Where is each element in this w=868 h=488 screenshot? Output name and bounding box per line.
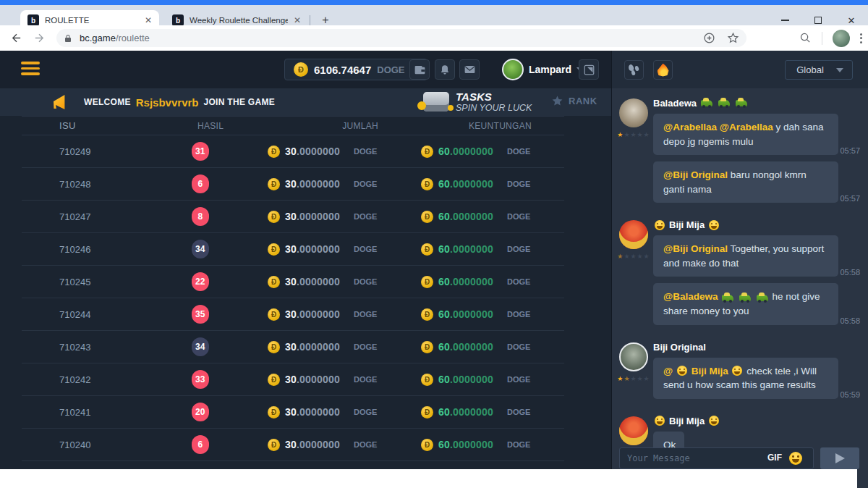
- amount-cell: Đ30.0000000DOGE: [268, 243, 378, 256]
- chat-avatar[interactable]: [619, 98, 648, 127]
- tab-close-icon[interactable]: ✕: [294, 16, 301, 25]
- table-row: 71024931Đ30.0000000DOGEĐ60.0000000DOGE: [22, 135, 564, 168]
- rank-link[interactable]: RANK: [551, 95, 597, 107]
- amount-value: 60.0000000: [438, 146, 493, 157]
- bet-id-cell: 710247: [59, 211, 192, 222]
- notifications-button[interactable]: [435, 59, 455, 80]
- chat-toggle-button[interactable]: [579, 59, 599, 80]
- amount-cell: Đ30.0000000DOGE: [268, 211, 378, 223]
- column-keuntungan: KEUNTUNGAN: [378, 121, 532, 131]
- back-icon[interactable]: [9, 31, 23, 46]
- table-row: 71024522Đ30.0000000DOGEĐ60.0000000DOGE: [22, 266, 564, 298]
- coin-drop-button[interactable]: [653, 60, 673, 80]
- amount-cell: Đ30.0000000DOGE: [268, 276, 378, 288]
- result-badge: 33: [192, 370, 209, 389]
- amount-value: 60.0000000: [438, 374, 493, 385]
- star-icon: ★: [630, 131, 637, 138]
- chat-avatar[interactable]: [619, 220, 648, 249]
- gif-button[interactable]: GIF: [767, 453, 782, 463]
- column-hasil: HASIL: [197, 121, 277, 131]
- result-cell: 35: [192, 305, 268, 324]
- car-emoji: [722, 295, 733, 301]
- balance-selector[interactable]: Đ 6106.74647 DOGE: [284, 59, 427, 80]
- star-icon: ★: [637, 253, 644, 260]
- currency-label: DOGE: [507, 212, 532, 221]
- doge-coin-icon: Đ: [421, 406, 433, 418]
- send-message-button[interactable]: [820, 447, 859, 469]
- result-cell: 33: [192, 370, 268, 389]
- chat-header: Global: [612, 51, 868, 88]
- currency-label: DOGE: [354, 310, 378, 319]
- chat-author-name[interactable]: Baladewa: [653, 98, 697, 109]
- chat-avatar[interactable]: [619, 416, 648, 445]
- tasks-chest-icon[interactable]: [423, 92, 449, 112]
- divider: [822, 32, 822, 45]
- user-mention[interactable]: @Arabellaa: [720, 122, 773, 132]
- car-emoji: [757, 295, 768, 301]
- chat-message: @ Biji Mija check tele ,i Will send u ho…: [653, 358, 860, 399]
- doge-coin-icon: Đ: [421, 374, 433, 386]
- currency-label: DOGE: [507, 310, 532, 319]
- user-mention[interactable]: @Baladewa: [663, 291, 718, 302]
- zoom-page-icon[interactable]: [703, 32, 715, 44]
- tab-close-icon[interactable]: ✕: [145, 16, 152, 25]
- url-bar[interactable]: bc.game/roulette: [56, 29, 746, 47]
- amount-value: 60.0000000: [438, 211, 493, 222]
- chat-avatar[interactable]: [619, 342, 648, 371]
- chat-author: Biji Mija: [653, 416, 860, 426]
- chat-channel-select[interactable]: Global: [785, 60, 853, 80]
- chat-author-name[interactable]: Biji Mija: [669, 416, 705, 426]
- browser-menu-icon[interactable]: [860, 33, 862, 43]
- amount-value: 60.0000000: [438, 243, 493, 255]
- chat-message-input[interactable]: [619, 447, 814, 469]
- currency-label: DOGE: [354, 180, 378, 188]
- user-rating-stars: ★★★★★: [616, 376, 651, 382]
- chat-author-name[interactable]: Biji Mija: [669, 219, 705, 230]
- chat-author: Biji Mija: [653, 219, 860, 230]
- search-icon[interactable]: [799, 32, 812, 44]
- user-mention[interactable]: @: [663, 366, 673, 376]
- user-mention[interactable]: @Biji Original: [663, 243, 728, 254]
- wallet-button[interactable]: [409, 59, 430, 80]
- doge-coin-icon: Đ: [268, 146, 280, 158]
- amount-value: 60.0000000: [438, 439, 493, 450]
- hamburger-menu-icon[interactable]: [21, 62, 40, 75]
- wallet-icon: [414, 65, 425, 75]
- user-mention[interactable]: @Arabellaa: [663, 122, 717, 132]
- user-menu[interactable]: Lampard: [502, 59, 584, 80]
- doge-coin-icon: Đ: [421, 146, 433, 158]
- result-cell: 34: [192, 337, 268, 356]
- doge-coin-icon: Đ: [268, 243, 280, 256]
- chat-bubble: @Arabellaa @Arabellaa y dah sana depo jg…: [653, 114, 838, 155]
- megaphone-icon: [54, 95, 69, 109]
- doge-coin-icon: Đ: [421, 341, 433, 353]
- user-mention[interactable]: Biji Mija: [692, 366, 728, 376]
- bcgame-favicon: b: [27, 14, 39, 26]
- profit-cell: Đ60.0000000DOGE: [378, 308, 532, 321]
- doge-coin-icon: Đ: [268, 308, 280, 321]
- star-icon: ★: [617, 131, 624, 138]
- panel-icon: [584, 64, 595, 75]
- messages-button[interactable]: [459, 59, 480, 80]
- user-mention[interactable]: @Biji Original: [663, 169, 728, 180]
- chat-input-row: GIF: [619, 447, 859, 469]
- amount-cell: Đ30.0000000DOGE: [268, 146, 378, 158]
- result-cell: 20: [192, 403, 268, 421]
- bookmark-star-icon[interactable]: [727, 32, 739, 44]
- chat-panel: Global ★★★★★Baladewa@Arabellaa @Arabella…: [611, 51, 868, 488]
- table-row: 71024233Đ30.0000000DOGEĐ60.0000000DOGE: [22, 363, 564, 396]
- tab-title: ROULETTE: [45, 16, 139, 25]
- forward-icon[interactable]: [32, 31, 46, 46]
- chat-author-name[interactable]: Biji Original: [653, 342, 706, 353]
- browser-profile-avatar[interactable]: [833, 30, 850, 47]
- user-name: Lampard: [529, 64, 571, 75]
- tasks-link[interactable]: TASKS SPIN YOUR LUCK: [456, 91, 532, 113]
- table-row: 7102478Đ30.0000000DOGEĐ60.0000000DOGE: [22, 201, 564, 233]
- emoji-picker-icon[interactable]: [789, 452, 802, 465]
- chat-bubble: @Biji Original Together, you support and…: [653, 235, 838, 277]
- bet-id-cell: 710246: [59, 244, 192, 255]
- rain-button[interactable]: [624, 60, 644, 80]
- result-cell: 6: [192, 435, 268, 454]
- chat-message: @Biji Original Together, you support and…: [653, 235, 860, 277]
- result-badge: 34: [192, 240, 209, 258]
